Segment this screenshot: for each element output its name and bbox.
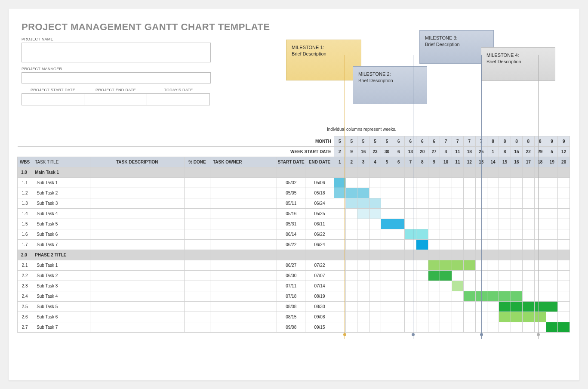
column-header-row: WBSTASK TITLETASK DESCRIPTION% DONETASK …: [18, 157, 570, 167]
milestone-dot-icon: [343, 333, 346, 336]
gantt-bar-cell: [511, 302, 522, 312]
gantt-bar-cell: [523, 312, 534, 322]
meta-panel: PROJECT NAME PROJECT MANAGER PROJECT STA…: [22, 37, 219, 123]
start-date-input[interactable]: [22, 93, 84, 105]
gantt-bar-cell: [511, 291, 522, 302]
gantt-bar-cell: [511, 312, 522, 322]
task-row: 1.2Sub Task 205/0505/18: [18, 188, 570, 198]
task-row: 2.2Sub Task 206/3007/07: [18, 271, 570, 281]
gantt-bar-cell: [369, 198, 381, 209]
phase-row: 2.0PHASE 2 TITLE: [18, 250, 570, 260]
gantt-bar-cell: [499, 312, 511, 322]
gantt-bar-cell: [452, 281, 463, 291]
week-start-label: WEEK START DATE: [18, 147, 334, 157]
task-row: 1.5Sub Task 505/3106/11: [18, 219, 570, 229]
gantt-bar-cell: [464, 291, 475, 302]
milestone-dot-icon: [537, 333, 540, 336]
task-row: 1.7Sub Task 706/2206/24: [18, 240, 570, 250]
gantt-bar-cell: [334, 178, 345, 188]
gantt-bar-cell: [346, 198, 357, 209]
gantt-bar-cell: [499, 302, 511, 312]
gantt-table: MONTH55555666677778888899WEEK START DATE…: [17, 136, 570, 333]
gantt-bar-cell: [487, 291, 499, 302]
gantt-bar-cell: [416, 240, 428, 250]
end-date-input[interactable]: [84, 93, 147, 105]
milestone-title: MILESTONE 4:: [486, 52, 550, 59]
project-name-input[interactable]: [22, 43, 211, 62]
today-date-input[interactable]: [147, 93, 210, 105]
gantt-bar-cell: [523, 302, 534, 312]
gantt-bar-cell: [440, 271, 452, 281]
milestone-desc: Brief Description: [292, 51, 356, 57]
task-row: 2.4Sub Task 407/1808/19: [18, 291, 570, 302]
milestone-title: MILESTONE 1:: [292, 44, 356, 51]
gantt-bar-cell: [369, 209, 381, 219]
milestone-2[interactable]: MILESTONE 2: Brief Description: [353, 66, 427, 104]
gantt-grid: MONTH55555666677778888899WEEK START DATE…: [17, 136, 570, 333]
milestone-dot-icon: [480, 333, 483, 336]
month-row: MONTH55555666677778888899: [18, 136, 570, 147]
task-row: 2.1Sub Task 106/2707/22: [18, 260, 570, 271]
gantt-bar-cell: [558, 322, 570, 333]
gantt-bar-cell: [440, 260, 452, 271]
gantt-bar-cell: [381, 219, 393, 229]
task-row: 2.7Sub Task 709/0809/15: [18, 322, 570, 333]
project-name-label: PROJECT NAME: [22, 37, 219, 41]
task-row: 2.5Sub Task 508/0808/30: [18, 302, 570, 312]
milestone-title: MILESTONE 3:: [425, 35, 488, 41]
gantt-bar-cell: [416, 229, 428, 240]
milestone-1[interactable]: MILESTONE 1: Brief Description: [286, 40, 361, 80]
gantt-bar-cell: [534, 312, 546, 322]
project-manager-label: PROJECT MANAGER: [22, 67, 219, 71]
dates-row: PROJECT START DATE PROJECT END DATE TODA…: [22, 88, 219, 105]
task-row: 1.1Sub Task 105/0205/06: [18, 178, 570, 188]
task-row: 1.6Sub Task 606/1406/22: [18, 229, 570, 240]
phase-row: 1.0Main Task 1: [18, 167, 570, 178]
task-row: 1.4Sub Task 405/1605/25: [18, 209, 570, 219]
gantt-bar-cell: [534, 302, 546, 312]
top-row: PROJECT NAME PROJECT MANAGER PROJECT STA…: [22, 37, 566, 123]
milestone-desc: Brief Description: [486, 59, 550, 65]
gantt-bar-cell: [546, 302, 557, 312]
gantt-bar-cell: [405, 229, 416, 240]
gantt-bar-cell: [499, 291, 511, 302]
gantt-bar-cell: [546, 322, 557, 333]
task-row: 1.3Sub Task 305/1106/24: [18, 198, 570, 209]
start-date-label: PROJECT START DATE: [22, 88, 84, 92]
gantt-bar-cell: [452, 260, 463, 271]
gantt-bar-cell: [346, 188, 357, 198]
milestone-desc: Brief Description: [358, 77, 422, 84]
milestone-connector: [413, 55, 413, 339]
milestone-desc: Brief Description: [425, 41, 488, 48]
page: PROJECT MANAGEMENT GANTT CHART TEMPLATE …: [9, 9, 579, 380]
task-row: 2.3Sub Task 307/1107/14: [18, 281, 570, 291]
task-row: 2.6Sub Task 608/1509/08: [18, 312, 570, 322]
end-date-label: PROJECT END DATE: [84, 88, 147, 92]
gantt-bar-cell: [428, 260, 440, 271]
today-date-label: TODAY'S DATE: [147, 88, 210, 92]
milestone-connector: [481, 55, 482, 339]
milestone-connector: [538, 55, 539, 339]
milestone-4[interactable]: MILESTONE 4: Brief Description: [481, 47, 555, 81]
project-manager-input[interactable]: [22, 72, 211, 83]
gantt-bar-cell: [334, 188, 345, 198]
gantt-bar-cell: [357, 188, 369, 198]
gantt-bar-cell: [464, 260, 475, 271]
month-label: MONTH: [18, 136, 334, 147]
gantt-bar-cell: [393, 219, 404, 229]
gantt-bar-cell: [357, 198, 369, 209]
gantt-bar-cell: [357, 209, 369, 219]
week-start-row: WEEK START DATE2916233061320274111825181…: [18, 147, 570, 157]
milestone-dot-icon: [412, 333, 415, 336]
milestones-area: MILESTONE 1: Brief Description MILESTONE…: [286, 37, 579, 119]
weeks-note: Individual columns represent weeks.: [327, 127, 396, 132]
milestone-connector: [345, 55, 345, 339]
gantt-bar-cell: [428, 271, 440, 281]
milestone-title: MILESTONE 2:: [358, 71, 422, 77]
